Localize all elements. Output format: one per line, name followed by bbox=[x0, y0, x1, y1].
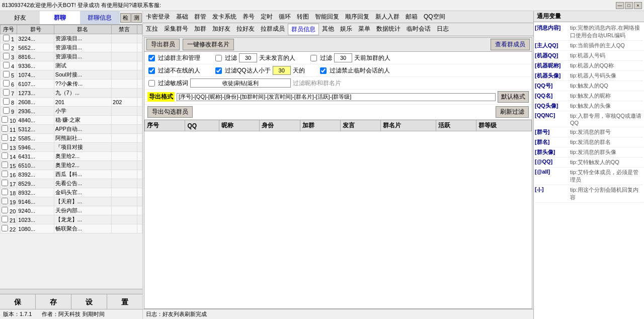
filter-qqstar-days-input[interactable] bbox=[273, 66, 291, 75]
filter-admin-check[interactable] bbox=[148, 55, 155, 61]
table-row[interactable]: 4 9336... 测试 bbox=[1, 61, 142, 70]
row-checkbox[interactable] bbox=[2, 125, 8, 132]
menu-item-转图[interactable]: 转图 bbox=[294, 12, 312, 22]
row-checkbox[interactable] bbox=[3, 44, 10, 50]
row-checkbox[interactable] bbox=[3, 98, 10, 105]
filter-sensitive-input[interactable] bbox=[190, 78, 291, 88]
menu-item-智能回复[interactable]: 智能回复 bbox=[312, 12, 342, 22]
row-checkbox[interactable] bbox=[2, 198, 8, 204]
table-row[interactable]: 6 6107... ??小象传... bbox=[1, 79, 142, 89]
row-checkbox[interactable] bbox=[3, 107, 10, 114]
row-checkbox[interactable] bbox=[2, 116, 8, 123]
menu-item-日志[interactable]: 日志 bbox=[434, 24, 452, 35]
menu-item-群员信息[interactable]: 群员信息 bbox=[288, 24, 319, 35]
table-row[interactable]: 1 3224... 资源项目... bbox=[1, 34, 142, 43]
table-row[interactable]: 14 6431... 奥里给2... bbox=[1, 152, 142, 161]
menu-item-定时[interactable]: 定时 bbox=[258, 12, 276, 22]
filter-nospeech-check[interactable] bbox=[215, 55, 222, 61]
table-row[interactable]: 8 2608... 201 202 bbox=[1, 98, 142, 107]
menu-item-加群[interactable]: 加群 bbox=[191, 24, 209, 35]
refresh-filter-btn[interactable]: 刷新过滤 bbox=[496, 106, 529, 118]
row-checkbox[interactable] bbox=[2, 225, 8, 231]
table-row[interactable]: 16 8392... 西瓜【科... bbox=[1, 170, 142, 179]
menu-item-顺序回复[interactable]: 顺序回复 bbox=[342, 12, 372, 22]
table-row[interactable]: 9 2936... 小学 bbox=[1, 107, 142, 116]
format-input[interactable] bbox=[177, 93, 496, 101]
minimize-button[interactable]: — bbox=[616, 2, 624, 9]
menu-item-QQ空间[interactable]: QQ空间 bbox=[421, 12, 448, 22]
menu-item-拉好友[interactable]: 拉好友 bbox=[233, 24, 258, 35]
table-row[interactable]: 18 8932... 金码头官... bbox=[1, 188, 142, 197]
menu-item-卡密登录[interactable]: 卡密登录 bbox=[143, 12, 173, 22]
menu-item-互拉[interactable]: 互拉 bbox=[143, 24, 161, 35]
row-checkbox[interactable] bbox=[3, 35, 10, 41]
filter-qqstar-check[interactable] bbox=[215, 67, 222, 74]
settings-button[interactable]: 设 bbox=[71, 294, 107, 309]
maximize-button[interactable]: □ bbox=[625, 2, 633, 9]
menu-item-临时会话[interactable]: 临时会话 bbox=[404, 24, 434, 35]
export-members-btn[interactable]: 导出群员 bbox=[146, 39, 180, 50]
filter-offline-check[interactable] bbox=[148, 67, 155, 74]
save-button[interactable]: 保 bbox=[0, 294, 36, 309]
menu-item-基础[interactable]: 基础 bbox=[173, 12, 191, 22]
left-scrollbar[interactable] bbox=[0, 289, 142, 294]
table-row[interactable]: 3 8816... 资源项目... bbox=[1, 52, 142, 61]
table-row[interactable]: 15 6510... 奥里给2... bbox=[1, 161, 142, 170]
menu-item-发卡系统[interactable]: 发卡系统 bbox=[209, 12, 239, 22]
row-checkbox[interactable] bbox=[2, 189, 8, 195]
measure-btn[interactable]: 测 bbox=[131, 13, 142, 23]
row-checkbox[interactable] bbox=[2, 207, 8, 213]
row-checkbox[interactable] bbox=[2, 134, 8, 141]
store-button[interactable]: 存 bbox=[36, 294, 71, 309]
row-checkbox[interactable] bbox=[3, 62, 10, 68]
menu-item-数据统计[interactable]: 数据统计 bbox=[373, 24, 404, 35]
menu-item-娱乐[interactable]: 娱乐 bbox=[337, 24, 355, 35]
menu-item-群管[interactable]: 群管 bbox=[191, 12, 209, 22]
filter-days2-input[interactable] bbox=[334, 53, 352, 62]
config-button[interactable]: 置 bbox=[107, 294, 142, 309]
table-row[interactable]: 7 1273... 九（7）... bbox=[1, 89, 142, 98]
row-checkbox[interactable] bbox=[2, 171, 8, 177]
table-row[interactable]: 11 5312... APP自动... bbox=[1, 125, 142, 134]
menu-item-加好友[interactable]: 加好友 bbox=[209, 24, 233, 35]
view-members-btn[interactable]: 查看群成员 bbox=[491, 39, 530, 50]
table-row[interactable]: 17 8529... 先看公告... bbox=[1, 179, 142, 188]
menu-item-拉群成员[interactable]: 拉群成员 bbox=[258, 24, 288, 35]
menu-item-其他[interactable]: 其他 bbox=[319, 24, 337, 35]
detect-btn[interactable]: 检 bbox=[120, 13, 131, 23]
table-row[interactable]: 21 1023... 【龙龙】... bbox=[1, 215, 142, 224]
table-row[interactable]: 20 9240... 天份内部... bbox=[1, 206, 142, 215]
tab-groups[interactable]: 群聊 bbox=[40, 11, 79, 24]
row-checkbox[interactable] bbox=[2, 152, 8, 159]
row-checkbox[interactable] bbox=[2, 162, 8, 168]
close-button[interactable]: × bbox=[634, 2, 642, 9]
table-row[interactable]: 13 5946... 『项目对接 bbox=[1, 143, 142, 152]
table-row[interactable]: 22 1080... 畅联聚合... bbox=[1, 224, 142, 233]
row-checkbox[interactable] bbox=[3, 80, 10, 87]
tab-friends[interactable]: 好友 bbox=[0, 11, 40, 24]
table-row[interactable]: 5 1074... Soul对接... bbox=[1, 70, 142, 79]
row-checkbox[interactable] bbox=[2, 180, 8, 186]
export-selected-btn[interactable]: 导出勾选群员 bbox=[147, 106, 193, 118]
row-checkbox[interactable] bbox=[3, 89, 10, 96]
table-row[interactable]: 12 5585... 阿熊副社... bbox=[1, 134, 142, 143]
menu-item-循环[interactable]: 循环 bbox=[276, 12, 294, 22]
filter-days1-input[interactable] bbox=[239, 53, 257, 62]
filter-tempchat-check[interactable] bbox=[320, 67, 327, 74]
menu-item-菜单[interactable]: 菜单 bbox=[355, 24, 373, 35]
filter-joindays-check[interactable] bbox=[310, 55, 317, 61]
menu-item-新人入群[interactable]: 新人入群 bbox=[372, 12, 403, 22]
table-row[interactable]: 2 5652... 资源项目... bbox=[1, 43, 142, 52]
menu-item-养号[interactable]: 养号 bbox=[239, 12, 258, 22]
row-checkbox[interactable] bbox=[3, 53, 10, 59]
row-checkbox[interactable] bbox=[2, 216, 8, 222]
menu-item-采集群号[interactable]: 采集群号 bbox=[161, 24, 191, 35]
table-row[interactable]: 19 9146... 【天府】... bbox=[1, 197, 142, 206]
menu-item-邮箱[interactable]: 邮箱 bbox=[403, 12, 421, 22]
row-checkbox[interactable] bbox=[2, 143, 8, 150]
batch-edit-btn[interactable]: 一键修改群名片 bbox=[183, 39, 234, 50]
default-format-btn[interactable]: 默认格式 bbox=[498, 91, 529, 103]
table-row[interactable]: 10 4840... 稳·赚·之家 bbox=[1, 116, 142, 125]
row-checkbox[interactable] bbox=[3, 71, 10, 77]
tab-group-info[interactable]: 群聊信息 bbox=[80, 11, 120, 24]
